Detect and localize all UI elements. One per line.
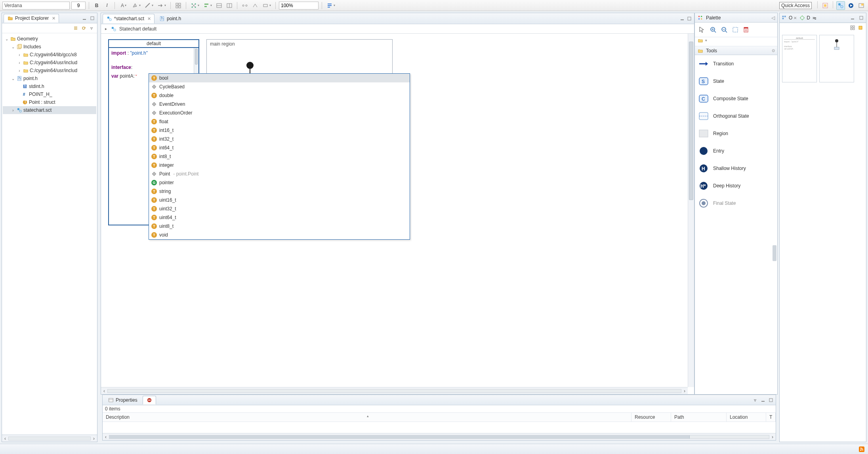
line-color-button[interactable]: [143, 1, 155, 10]
autocomplete-item[interactable]: Tuint64_t: [149, 213, 410, 222]
view-menu-button[interactable]: ▿: [752, 397, 758, 403]
palette-v-scrollbar[interactable]: [773, 245, 776, 261]
column-location[interactable]: Location: [727, 413, 766, 422]
palette-final-state[interactable]: Final State: [695, 195, 777, 212]
project-tree[interactable]: ⌄ Geometry ⌄ Includes › C:/cygwin64/lib/…: [2, 33, 97, 435]
properties-tab[interactable]: Properties: [104, 396, 141, 404]
autocomplete-item[interactable]: Tint32_t: [149, 135, 410, 143]
outline-tool-2[interactable]: [857, 25, 864, 31]
outline-view-tab[interactable]: O ✕: [781, 15, 797, 21]
palette-shallow-history[interactable]: H Shallow History: [695, 160, 777, 177]
statechart-canvas[interactable]: default import : "point.h" interface: va…: [101, 34, 694, 394]
zoom-select[interactable]: [279, 2, 319, 10]
marquee-button[interactable]: [731, 25, 740, 34]
editor-tab-statechart[interactable]: *statechart.sct ✕: [103, 14, 155, 23]
palette-region[interactable]: Region: [695, 125, 777, 142]
entry-node[interactable]: [246, 62, 254, 69]
perspective-statechart-button[interactable]: [836, 1, 845, 10]
column-path[interactable]: Path: [671, 413, 727, 422]
problems-tab[interactable]: [143, 396, 156, 404]
minimize-button[interactable]: [81, 15, 88, 21]
autocomplete-item[interactable]: Tvoid: [149, 231, 410, 239]
palette-composite-state[interactable]: C Composite State: [695, 90, 777, 107]
problems-h-scrollbar[interactable]: ‹›: [103, 433, 776, 440]
palette-collapse-button[interactable]: ◁: [771, 15, 775, 21]
view-menu-button[interactable]: ▿: [88, 25, 95, 31]
tree-includes[interactable]: ⌄ Includes: [3, 43, 96, 51]
tree-include-path-1[interactable]: › C:/cygwin64/lib/gcc/x8: [3, 51, 96, 59]
palette-transition[interactable]: Transition: [695, 55, 777, 72]
perspective-button-1[interactable]: [821, 1, 830, 10]
autocomplete-item[interactable]: ExecutionOrder: [149, 109, 410, 117]
autocomplete-item[interactable]: Tuint8_t: [149, 222, 410, 231]
palette-state[interactable]: S State: [695, 72, 777, 90]
minimap-definition[interactable]: default import : "point.h"interface:var …: [782, 35, 817, 82]
autocomplete-item[interactable]: Tint64_t: [149, 143, 410, 152]
italic-button[interactable]: I: [103, 1, 111, 10]
explorer-h-scrollbar[interactable]: ‹›: [2, 435, 97, 442]
minimize-button[interactable]: [760, 397, 766, 403]
folder-icon[interactable]: [697, 37, 704, 44]
perspective-button-2[interactable]: [857, 1, 866, 10]
autocomplete-item[interactable]: Tinteger: [149, 161, 410, 170]
outline-minimap[interactable]: default import : "point.h"interface:var …: [779, 32, 866, 442]
autocomplete-item[interactable]: Gpointer: [149, 178, 410, 187]
link-editor-button[interactable]: [80, 25, 87, 31]
palette-orthogonal-state[interactable]: Orthogonal State: [695, 107, 777, 125]
bold-button[interactable]: B: [92, 1, 101, 10]
autocomplete-item[interactable]: Tstring: [149, 187, 410, 196]
tree-point-h[interactable]: ⌄ h point.h: [3, 74, 96, 82]
autocomplete-item[interactable]: EventDriven: [149, 100, 410, 109]
autocomplete-item[interactable]: CycleBased: [149, 82, 410, 91]
autocomplete-item[interactable]: Point - point.Point: [149, 170, 410, 178]
arrow-style-button[interactable]: [156, 1, 167, 10]
column-description[interactable]: Description▴: [103, 413, 631, 422]
canvas-v-scrollbar[interactable]: [688, 34, 694, 387]
grid-view-button[interactable]: [174, 1, 183, 10]
autocomplete-item[interactable]: Tuint16_t: [149, 196, 410, 204]
editor-tab-point-h[interactable]: h point.h: [155, 14, 185, 23]
autocomplete-popup[interactable]: TboolCycleBasedTdoubleEventDrivenExecuti…: [149, 73, 410, 240]
collapse-all-button[interactable]: [72, 25, 79, 31]
quick-access-field[interactable]: Quick Access: [779, 2, 812, 9]
close-icon[interactable]: ✕: [52, 16, 55, 21]
maximize-button[interactable]: [768, 397, 774, 403]
paragraph-button[interactable]: [325, 1, 336, 10]
close-icon[interactable]: ✕: [147, 16, 151, 21]
column-type[interactable]: T: [766, 413, 776, 422]
zoom-out-button[interactable]: [719, 25, 729, 34]
palette-entry[interactable]: Entry: [695, 142, 777, 160]
canvas-h-scrollbar[interactable]: ‹›: [101, 387, 688, 394]
zoom-in-button[interactable]: [708, 25, 718, 34]
font-color-button[interactable]: A: [118, 1, 129, 10]
select-tool-button[interactable]: [697, 25, 707, 34]
run-button[interactable]: [847, 1, 855, 10]
tree-stdint-h[interactable]: h stdint.h: [3, 82, 96, 90]
autocomplete-item[interactable]: Tint16_t: [149, 126, 410, 135]
breadcrumb[interactable]: ▸ Statechart default: [101, 24, 694, 34]
tree-include-path-3[interactable]: › C:/cygwin64/usr/includ: [3, 67, 96, 74]
font-family-select[interactable]: [2, 2, 70, 10]
minimize-button[interactable]: [849, 15, 856, 21]
connect-button-1[interactable]: [240, 1, 249, 10]
tree-point-h-macro[interactable]: # POINT_H_: [3, 90, 96, 98]
distribute-button[interactable]: [189, 1, 200, 10]
pin-icon[interactable]: ⊙: [772, 48, 775, 53]
fill-color-button[interactable]: [131, 1, 142, 10]
tree-statechart-sct[interactable]: › statechart.sct: [3, 106, 96, 114]
align-button[interactable]: [202, 1, 213, 10]
layout-button-2[interactable]: [225, 1, 234, 10]
maximize-button[interactable]: [686, 15, 692, 22]
autocomplete-item[interactable]: Tint8_t: [149, 152, 410, 161]
outline-tool-1[interactable]: [849, 25, 856, 31]
tree-include-path-2[interactable]: › C:/cygwin64/usr/includ: [3, 59, 96, 67]
minimap-region[interactable]: [819, 35, 854, 82]
connect-button-2[interactable]: [251, 1, 259, 10]
project-explorer-tab[interactable]: Project Explorer ✕: [4, 14, 59, 23]
minimize-button[interactable]: [679, 15, 685, 22]
layout-button-1[interactable]: [215, 1, 223, 10]
maximize-button[interactable]: [89, 15, 95, 21]
autocomplete-item[interactable]: Tdouble: [149, 91, 410, 100]
autocomplete-item[interactable]: Tbool: [149, 74, 410, 82]
palette-deep-history[interactable]: H* Deep History: [695, 177, 777, 195]
